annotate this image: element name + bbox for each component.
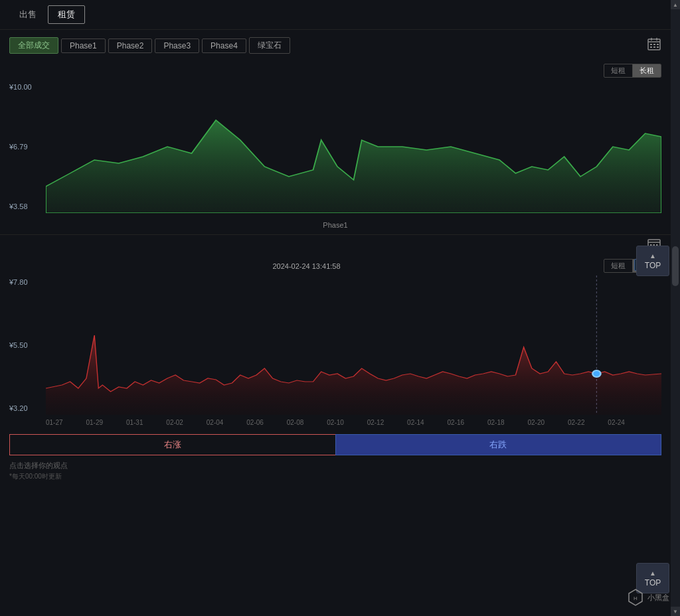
svg-point-16 [592, 370, 600, 377]
x-label-5: 02-06 [246, 419, 264, 426]
x-axis-labels: 01-27 01-29 01-31 02-02 02-04 02-06 02-0… [9, 418, 661, 431]
tab-rent[interactable]: 租赁 [48, 5, 85, 24]
filter-phase4[interactable]: Phase4 [202, 38, 246, 53]
red-chart: ¥7.80 ¥5.50 ¥3.20 [9, 275, 661, 415]
logo-icon: H [626, 588, 645, 607]
x-label-1: 01-29 [86, 419, 103, 426]
green-y-mid: ¥6.79 [9, 143, 46, 151]
x-label-14: 02-24 [608, 419, 625, 426]
main-content: 出售 租赁 全部成交 Phase1 Phase2 Phase3 Phase4 绿… [0, 0, 671, 616]
fall-button[interactable]: 右跌 [335, 434, 662, 455]
chart2-short-rent-btn[interactable]: 短租 [604, 260, 633, 272]
top-label-1: TOP [645, 261, 661, 270]
tab-sell[interactable]: 出售 [9, 5, 46, 24]
x-label-9: 02-14 [407, 419, 424, 426]
x-label-10: 02-16 [448, 419, 465, 426]
x-label-3: 02-02 [166, 419, 183, 426]
red-chart-section: 2024-02-24 13:41:58 ¥ 5.26 短租 长租 ¥7.80 ¥… [0, 254, 671, 481]
filter-phase1[interactable]: Phase1 [61, 38, 106, 53]
hint-sub: *每天00:00时更新 [9, 472, 661, 481]
green-y-bot: ¥3.58 [9, 202, 46, 210]
top-arrow-icon-2: ▲ [649, 570, 656, 577]
x-label-2: 01-31 [126, 419, 143, 426]
scroll-arrow-up[interactable]: ▲ [671, 0, 680, 9]
filter-all[interactable]: 全部成交 [9, 37, 58, 54]
green-chart-canvas [46, 80, 661, 213]
logo-text: 小黑盒 [647, 593, 669, 603]
x-label-6: 02-08 [287, 419, 304, 426]
chart1-toggle-group: 短租 长租 [604, 64, 661, 78]
scrollbar[interactable]: ▲ ▼ [671, 0, 680, 616]
svg-text:H: H [634, 595, 638, 601]
tabs-bar: 出售 租赁 [0, 0, 671, 30]
chart1-toggle-row: 短租 长租 [9, 58, 661, 80]
x-label-11: 02-18 [487, 419, 505, 426]
x-label-12: 02-20 [527, 419, 545, 426]
chart2-toggle-row: 2024-02-24 13:41:58 ¥ 5.26 短租 长租 [9, 254, 661, 275]
filter-bar: 全部成交 Phase1 Phase2 Phase3 Phase4 绿宝石 [0, 30, 671, 58]
hint-main: 点击选择你的观点 [9, 459, 661, 472]
green-chart-section: 短租 长租 ¥10.00 ¥6.79 ¥3.58 [0, 58, 671, 234]
x-label-0: 01-27 [46, 419, 63, 426]
svg-rect-6 [657, 44, 659, 45]
top-button-1[interactable]: ▲ TOP [636, 246, 669, 276]
red-y-bot: ¥3.20 [9, 404, 46, 412]
section2-icons [0, 235, 671, 254]
x-label-4: 02-04 [207, 419, 224, 426]
action-bar: 右涨 右跌 [9, 434, 661, 455]
svg-rect-9 [657, 46, 659, 48]
x-label-8: 02-12 [367, 419, 384, 426]
filter-phase3[interactable]: Phase3 [155, 38, 199, 53]
red-chart-y-axis: ¥7.80 ¥5.50 ¥3.20 [9, 275, 46, 415]
x-label-7: 02-10 [327, 419, 344, 426]
green-chart-bottom-label: Phase1 [9, 218, 661, 234]
tooltip-timestamp: 2024-02-24 13:41:58 [272, 262, 340, 270]
red-y-top: ¥7.80 [9, 278, 46, 286]
calendar-icon[interactable] [647, 37, 661, 54]
chart1-long-rent-btn[interactable]: 长租 [633, 64, 661, 77]
green-chart: ¥10.00 ¥6.79 ¥3.58 [9, 80, 661, 213]
svg-rect-8 [653, 46, 655, 48]
scrollbar-thumb[interactable] [672, 246, 679, 286]
green-chart-y-axis: ¥10.00 ¥6.79 ¥3.58 [9, 80, 46, 213]
x-label-13: 02-22 [568, 419, 585, 426]
top-label-2: TOP [645, 578, 661, 587]
svg-rect-4 [650, 44, 652, 45]
chart1-short-rent-btn[interactable]: 短租 [604, 64, 633, 77]
scroll-arrow-down[interactable]: ▼ [671, 607, 680, 616]
top-arrow-icon-1: ▲ [649, 252, 656, 260]
red-y-mid: ¥5.50 [9, 341, 46, 349]
filter-emerald[interactable]: 绿宝石 [249, 37, 290, 54]
red-chart-canvas [46, 275, 661, 415]
green-y-top: ¥10.00 [9, 83, 46, 91]
filter-phase2[interactable]: Phase2 [108, 38, 153, 53]
rise-button[interactable]: 右涨 [9, 434, 335, 455]
logo-area: H 小黑盒 [626, 588, 669, 607]
svg-rect-5 [653, 44, 655, 45]
svg-rect-7 [650, 46, 652, 48]
